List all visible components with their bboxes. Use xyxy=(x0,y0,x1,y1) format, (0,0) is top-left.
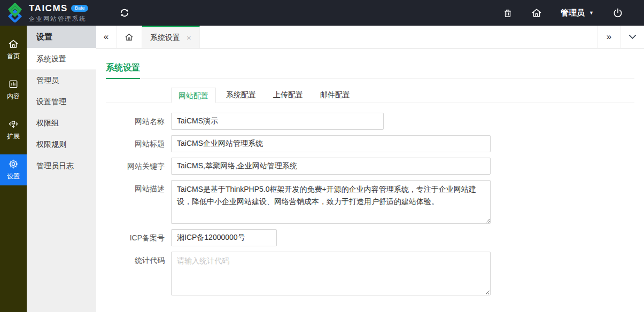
topbar: TAICMS Bate 企业网站管理系统 xyxy=(0,0,644,26)
page-title: 系统设置 xyxy=(106,63,140,79)
secondary-sidebar: 设置 系统设置 管理员 设置管理 权限组 权限规则 管理员日志 xyxy=(27,26,96,312)
sidebar-item-extend[interactable]: 扩展 xyxy=(0,114,27,145)
site-name-input[interactable] xyxy=(171,113,384,130)
taicms-diamond-logo-icon xyxy=(5,3,25,22)
tab-system-config[interactable]: 系统配置 xyxy=(226,87,256,103)
sidebar-item-label: 设置 xyxy=(7,172,20,181)
refresh-icon xyxy=(119,7,130,18)
logo[interactable]: TAICMS Bate 企业网站管理系统 xyxy=(0,3,88,23)
submenu-item-admins[interactable]: 管理员 xyxy=(27,69,96,91)
submenu-title: 设置 xyxy=(27,26,96,48)
page-title-divider: 系统设置 xyxy=(106,63,634,79)
beta-badge: Bate xyxy=(71,5,89,12)
extend-icon xyxy=(8,119,19,129)
main-area: « 系统设置 × » 系统设置 xyxy=(96,26,644,312)
tabs-menu-button[interactable] xyxy=(620,26,644,48)
tab-site-config[interactable]: 网站配置 xyxy=(171,88,216,103)
tab-upload-config[interactable]: 上传配置 xyxy=(273,87,303,103)
home-icon xyxy=(8,38,19,49)
site-name-label: 网站名称 xyxy=(106,113,165,130)
form-row: 网站标题 xyxy=(106,135,634,152)
form-row: 网站描述 TaiCMS是基于ThinkPHP5.0框架开发的免费+开源的企业内容… xyxy=(106,180,634,224)
tabs-scroll-right-button[interactable]: » xyxy=(597,26,620,48)
submenu-item-admin-logs[interactable]: 管理员日志 xyxy=(27,155,96,176)
site-config-form: 网站名称 网站标题 网站关键字 网站描述 TaiCMS是基于ThinkPHP5.… xyxy=(106,113,634,295)
tab-home[interactable] xyxy=(117,26,142,48)
tab-label: 系统设置 xyxy=(150,33,180,43)
form-row: 网站关键字 xyxy=(106,158,634,175)
chevron-down-icon: ▼ xyxy=(589,10,594,15)
brand-name: TAICMS xyxy=(29,3,68,14)
site-description-textarea[interactable]: TaiCMS是基于ThinkPHP5.0框架开发的免费+开源的企业内容管理系统，… xyxy=(171,180,491,224)
config-tabs: 网站配置 系统配置 上传配置 邮件配置 xyxy=(106,87,634,103)
clear-cache-button[interactable] xyxy=(493,0,522,26)
submenu-item-system-settings[interactable]: 系统设置 xyxy=(27,48,96,69)
brand-subtitle: 企业网站管理系统 xyxy=(29,15,88,23)
submenu-item-auth-rules[interactable]: 权限规则 xyxy=(27,134,96,155)
form-row: 统计代码 xyxy=(106,252,634,295)
refresh-button[interactable] xyxy=(118,6,131,20)
site-description-label: 网站描述 xyxy=(106,180,165,197)
site-title-input[interactable] xyxy=(171,135,491,152)
trash-icon xyxy=(503,8,513,18)
page-content: 系统设置 网站配置 系统配置 上传配置 邮件配置 网站名称 网站标题 网站关键字 xyxy=(96,49,644,312)
power-icon xyxy=(612,7,623,18)
home-icon xyxy=(531,7,542,18)
admin-user-label: 管理员 xyxy=(561,8,585,18)
home-icon xyxy=(125,33,134,42)
icp-label: ICP备案号 xyxy=(106,229,165,246)
sidebar-item-label: 扩展 xyxy=(7,132,20,141)
content-icon xyxy=(8,79,19,89)
tabs-scroll-left-button[interactable]: « xyxy=(96,26,117,48)
sidebar-item-label: 首页 xyxy=(7,52,20,61)
primary-sidebar: 首页 内容 扩展 设置 xyxy=(0,26,27,312)
tab-mail-config[interactable]: 邮件配置 xyxy=(320,87,350,103)
sidebar-item-settings[interactable]: 设置 xyxy=(0,154,27,185)
site-keywords-label: 网站关键字 xyxy=(106,158,165,175)
chevron-down-icon xyxy=(629,34,637,40)
form-row: ICP备案号 xyxy=(106,229,634,246)
submenu-item-settings-manage[interactable]: 设置管理 xyxy=(27,91,96,112)
close-icon[interactable]: × xyxy=(187,33,191,42)
tabs-spacer xyxy=(200,26,597,48)
tab-system-settings[interactable]: 系统设置 × xyxy=(142,26,200,48)
site-title-label: 网站标题 xyxy=(106,135,165,152)
sidebar-item-home[interactable]: 首页 xyxy=(0,34,27,65)
topbar-right: 管理员 ▼ xyxy=(493,0,644,26)
open-tabs-bar: « 系统设置 × » xyxy=(96,26,644,49)
logout-button[interactable] xyxy=(603,0,632,26)
form-row: 网站名称 xyxy=(106,113,634,130)
sidebar-item-content[interactable]: 内容 xyxy=(0,74,27,105)
stats-code-textarea[interactable] xyxy=(171,252,491,295)
frontend-home-button[interactable] xyxy=(522,0,551,26)
logo-text: TAICMS Bate 企业网站管理系统 xyxy=(29,3,88,23)
site-keywords-input[interactable] xyxy=(171,158,491,175)
sidebar-item-label: 内容 xyxy=(7,92,20,101)
icp-input[interactable] xyxy=(171,229,277,246)
gear-icon xyxy=(8,159,19,169)
submenu-item-auth-groups[interactable]: 权限组 xyxy=(27,112,96,134)
admin-user-dropdown[interactable]: 管理员 ▼ xyxy=(551,0,603,26)
stats-code-label: 统计代码 xyxy=(106,252,165,269)
